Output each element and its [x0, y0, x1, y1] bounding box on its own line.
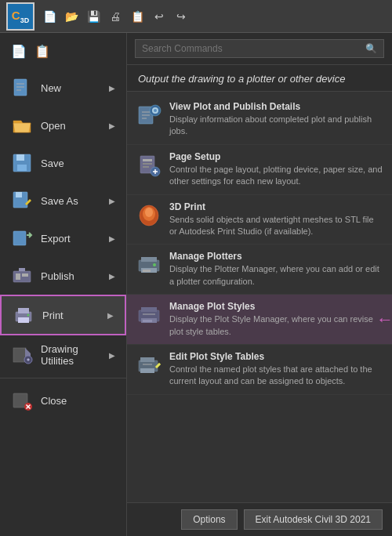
svg-rect-52 — [140, 368, 154, 373]
content-header-title: Output the drawing to a plotter or other… — [138, 73, 381, 85]
exit-button[interactable]: Exit Autodesk Civil 3D 2021 — [244, 509, 383, 530]
svg-rect-12 — [22, 273, 28, 277]
open-icon[interactable]: 📂 — [63, 8, 80, 25]
content-header: Output the drawing to a plotter or other… — [127, 65, 392, 92]
3d-print-icon — [136, 203, 162, 228]
command-name-manage-plot-styles: Manage Plot Styles — [169, 301, 383, 312]
redo-icon[interactable]: ↪ — [172, 8, 190, 25]
command-desc-3d-print: Sends solid objects and watertight meshe… — [169, 214, 383, 238]
sidebar-item-open[interactable]: Open ▶ — [0, 107, 126, 144]
command-name-edit-plot-style-tables: Edit Plot Style Tables — [169, 351, 383, 362]
drawing-utilities-icon — [11, 344, 33, 366]
command-desc-edit-plot-style-tables: Control the named plot styles that are a… — [169, 364, 383, 388]
sidebar-item-export[interactable]: Export ▶ — [0, 219, 126, 257]
sidebar-saveas-label: Save As — [41, 195, 101, 207]
command-item-page-setup[interactable]: Page Setup Control the page layout, plot… — [127, 145, 392, 195]
toolbar-icons: 📄 📂 💾 🖨 📋 ↩ ↪ — [41, 8, 190, 25]
svg-rect-14 — [18, 308, 29, 313]
new-arrow-icon: ▶ — [109, 84, 115, 92]
command-desc-manage-plotters: Display the Plotter Manager, where you c… — [169, 263, 383, 288]
content-panel: 🔍 Output the drawing to a plotter or oth… — [127, 33, 392, 536]
saveas-arrow-icon: ▶ — [109, 197, 115, 205]
command-item-manage-plot-styles[interactable]: Manage Plot Styles Display the Plot Styl… — [127, 295, 392, 345]
sidebar-publish-label: Publish — [41, 270, 101, 282]
command-item-manage-plotters[interactable]: Manage Plotters Display the Plotter Mana… — [127, 244, 392, 295]
command-text-edit-plot-style-tables: Edit Plot Style Tables Control the named… — [169, 351, 383, 388]
svg-rect-8 — [16, 192, 22, 197]
export-icon — [11, 227, 33, 249]
page-setup-icon — [136, 153, 162, 178]
command-name-manage-plotters: Manage Plotters — [169, 251, 383, 262]
command-desc-manage-plot-styles: Display the Plot Style Manager, where yo… — [169, 313, 383, 338]
save-icon[interactable]: 💾 — [85, 8, 102, 25]
sidebar-close-label: Close — [41, 395, 115, 407]
svg-point-39 — [145, 208, 153, 217]
svg-rect-44 — [143, 270, 151, 272]
save-as-icon — [11, 190, 33, 212]
options-button[interactable]: Options — [181, 509, 237, 530]
plot-icon[interactable]: 📋 — [129, 8, 146, 25]
sidebar-item-save[interactable]: Save — [0, 144, 126, 182]
sidebar-export-label: Export — [41, 233, 101, 244]
command-name-page-setup: Page Setup — [169, 151, 383, 162]
sidebar-icon-2[interactable]: 📋 — [34, 44, 52, 61]
command-text-view-plot: View Plot and Publish Details Display in… — [169, 101, 383, 138]
print-icon[interactable]: 🖨 — [107, 8, 124, 25]
svg-rect-41 — [141, 257, 157, 262]
manage-plotters-icon — [136, 252, 162, 277]
undo-icon[interactable]: ↩ — [151, 8, 168, 25]
sidebar-drawutil-label: Drawing Utilities — [41, 343, 101, 367]
sidebar-icon-1[interactable]: 📄 — [11, 44, 28, 61]
command-desc-page-setup: Control the page layout, plotting device… — [169, 164, 383, 188]
save-disk-icon — [11, 152, 33, 174]
command-desc-view-plot: Display information about completed plot… — [169, 114, 383, 138]
toolbar: C3D 📄 📂 💾 🖨 📋 ↩ ↪ — [0, 0, 392, 33]
svg-rect-32 — [143, 163, 152, 165]
export-arrow-icon: ▶ — [109, 234, 115, 243]
app-logo: C3D — [6, 2, 34, 31]
sidebar: 📄 📋 New ▶ Open ▶ — [0, 33, 127, 536]
publish-arrow-icon: ▶ — [109, 272, 115, 281]
sidebar-item-drawing-utilities[interactable]: Drawing Utilities ▶ — [0, 335, 126, 375]
svg-rect-15 — [18, 317, 29, 323]
svg-rect-33 — [143, 166, 149, 168]
search-input-wrap[interactable]: 🔍 — [135, 39, 384, 58]
svg-rect-31 — [143, 159, 152, 161]
svg-rect-46 — [141, 307, 157, 312]
command-item-edit-plot-style-tables[interactable]: Edit Plot Style Tables Control the named… — [127, 345, 392, 395]
printer-icon — [13, 304, 34, 326]
command-list: View Plot and Publish Details Display in… — [127, 92, 392, 502]
search-magnifier-icon: 🔍 — [365, 43, 377, 54]
sidebar-divider — [0, 378, 126, 378]
edit-plot-style-icon — [136, 353, 162, 378]
search-input[interactable] — [142, 43, 361, 54]
sidebar-item-new[interactable]: New ▶ — [0, 69, 126, 107]
search-bar: 🔍 — [127, 33, 392, 65]
sidebar-item-print[interactable]: Print ▶ — [0, 295, 126, 335]
sidebar-item-publish[interactable]: Publish ▶ — [0, 257, 126, 295]
drawutil-arrow-icon: ▶ — [109, 351, 115, 360]
new-file-icon[interactable]: 📄 — [41, 8, 58, 25]
logo-c: C — [12, 9, 20, 22]
sidebar-open-label: Open — [41, 120, 101, 132]
command-text-manage-plotters: Manage Plotters Display the Plotter Mana… — [169, 251, 383, 288]
logo-3d: 3D — [20, 16, 30, 24]
svg-rect-9 — [13, 231, 26, 245]
sidebar-new-label: New — [41, 82, 101, 94]
print-arrow-icon: ▶ — [107, 311, 114, 320]
sidebar-item-save-as[interactable]: Save As ▶ — [0, 182, 126, 219]
svg-rect-48 — [143, 320, 152, 322]
open-arrow-icon: ▶ — [109, 121, 115, 130]
svg-point-43 — [153, 263, 156, 266]
svg-rect-6 — [17, 165, 27, 171]
sidebar-item-close[interactable]: Close — [0, 382, 126, 419]
svg-rect-11 — [16, 273, 20, 280]
new-icon — [11, 77, 33, 99]
command-item-3d-print[interactable]: 3D Print Sends solid objects and waterti… — [127, 195, 392, 245]
svg-point-16 — [27, 314, 30, 317]
manage-plot-styles-icon — [136, 302, 162, 328]
content-footer: Options Exit Autodesk Civil 3D 2021 — [127, 502, 392, 536]
main-layout: 📄 📋 New ▶ Open ▶ — [0, 33, 392, 536]
command-item-view-plot[interactable]: View Plot and Publish Details Display in… — [127, 95, 392, 145]
command-name-view-plot: View Plot and Publish Details — [169, 101, 383, 112]
